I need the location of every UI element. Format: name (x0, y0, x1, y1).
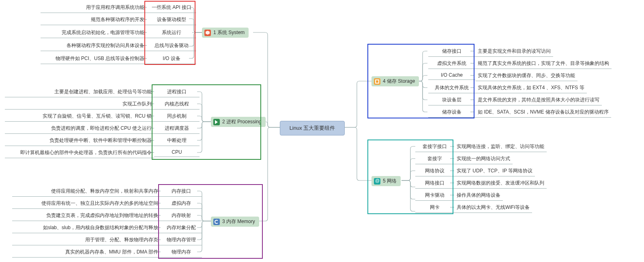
desc-network-1: 实现统一的网络访问方式 (454, 154, 513, 164)
leaf-system-1[interactable]: 设备驱动模型 (147, 15, 196, 25)
leaf-memory-4[interactable]: 物理内存管理 (161, 235, 202, 245)
leaf-process-0[interactable]: 进程接口 (154, 87, 200, 97)
section-process[interactable]: 2 进程 Processing (211, 117, 266, 127)
desc-network-3: 实现网络数据的接受、发送缓冲区和队列 (454, 178, 547, 189)
desc-memory-1: 使得应用有统一、独立且比实际内存大的多的地址空间 (12, 198, 161, 209)
desc-memory-5: 真实的机器内存条、MMU 部件，DMA 部件 (12, 247, 161, 258)
leaf-network-5[interactable]: 网卡 (415, 202, 454, 213)
leaf-memory-2[interactable]: 内存映射 (161, 210, 202, 221)
section-memory-label: 3 内存 Memory (222, 218, 255, 225)
desc-system-2: 完成系统启动初始化，电源管理等功能 (41, 28, 147, 38)
desc-network-0: 实现网络连接，监听、绑定、访问等功能 (454, 142, 547, 152)
desc-storage-4: 是文件系统的支持，其特点是按照具体大小的块进行读写 (475, 95, 602, 105)
desc-network-2: 实现了 UDP、TCP、IP 等网络协议 (454, 166, 535, 176)
desc-process-3: 负责进程的调度，即给进程分配 CPU 使之运行 (5, 123, 154, 134)
desc-storage-5: 如 IDE、SATA、SCSI，NVME 储存设备以及对应的驱动程序 (475, 107, 611, 118)
desc-memory-3: 如slab、slub，用内核自身数据结构对象的分配与释放 (12, 223, 161, 233)
desc-storage-0: 主要是实现文件和目录的读写访问 (475, 46, 553, 57)
desc-memory-4: 用于管理、分配、释放物理内存页 (12, 235, 161, 245)
root-node[interactable]: Linux 五大重要组件 (280, 121, 345, 135)
play-icon (213, 119, 220, 125)
leaf-process-2[interactable]: 同步机制 (154, 111, 200, 122)
leaf-system-0[interactable]: 一些系统 API 接口 (147, 2, 196, 13)
leaf-system-4[interactable]: I/O 设备 (147, 54, 196, 64)
section-memory[interactable]: 3 内存 Memory (211, 217, 259, 227)
leaf-process-1[interactable]: 内核态线程 (154, 99, 200, 110)
desc-process-5: 即计算机最核心的部件中央处理器，负责执行所有的代码指令 (5, 148, 154, 158)
leaf-process-5[interactable]: CPU (154, 148, 200, 157)
desc-system-1: 规范各种驱动程序的开发 (41, 15, 147, 25)
leaf-storage-1[interactable]: 虚拟文件系统 (428, 58, 475, 69)
leaf-system-3[interactable]: 总线与设备驱动 (147, 41, 196, 51)
desc-network-4: 操作具体的网络设备 (454, 190, 503, 201)
leaf-memory-0[interactable]: 内存接口 (161, 186, 202, 197)
leaf-memory-1[interactable]: 虚拟内存 (161, 198, 202, 209)
mindmap-canvas: Linux 五大重要组件 1 系统 System 一些系统 API 接口 设备驱… (0, 0, 644, 262)
leaf-storage-0[interactable]: 储存接口 (428, 46, 475, 57)
desc-system-0: 用于应用程序调用系统功能 (41, 2, 147, 13)
folder-icon (374, 78, 380, 85)
section-storage[interactable]: 4 储存 Storage (371, 76, 419, 86)
at-icon (374, 178, 380, 185)
section-system[interactable]: 1 系统 System (202, 28, 249, 38)
leaf-network-4[interactable]: 网卡驱动 (415, 190, 454, 201)
desc-network-5: 具体的以太网卡、无线WiFi等设备 (454, 202, 532, 213)
leaf-process-4[interactable]: 中断处理 (154, 135, 200, 146)
desc-memory-0: 使得应用能分配、释放内存空间，映射和共享内存 (12, 186, 161, 197)
leaf-storage-4[interactable]: 块设备层 (428, 95, 475, 105)
leaf-storage-2[interactable]: I/O Cache (428, 71, 475, 80)
desc-process-4: 负责处理硬件中断、软件中断和管理中断控制器 (5, 135, 154, 146)
desc-memory-2: 负责建立页表，完成虚拟内存地址到物理地址的转换 (12, 210, 161, 221)
desc-storage-2: 实现了文件数据块的缓存、同步、交换等功能 (475, 71, 577, 81)
leaf-storage-3[interactable]: 具体的文件系统 (428, 83, 475, 93)
section-process-label: 2 进程 Processing (222, 118, 262, 125)
desc-system-3: 各种驱动程序实现控制访问具体设备 (41, 41, 147, 51)
leaf-storage-5[interactable]: 储存设备 (428, 107, 475, 118)
leaf-network-0[interactable]: 套接字接口 (415, 142, 454, 152)
clock-icon (213, 219, 220, 225)
section-network[interactable]: 5 网络 (371, 176, 401, 186)
section-system-label: 1 系统 System (213, 29, 245, 36)
desc-storage-3: 实现具体的文件系统，如 EXT4 、XFS、NTFS 等 (475, 83, 587, 93)
leaf-memory-3[interactable]: 内存对象分配 (161, 223, 202, 233)
section-storage-label: 4 储存 Storage (383, 78, 415, 85)
leaf-network-3[interactable]: 网络接口 (415, 178, 454, 189)
desc-process-0: 主要是创建进程、加载应用、处理信号等功能 (5, 87, 154, 97)
desc-process-1: 实现工作队列 (5, 99, 154, 110)
root-title: Linux 五大重要组件 (290, 125, 335, 131)
section-network-label: 5 网络 (383, 178, 397, 185)
layers-icon (204, 30, 211, 36)
leaf-network-1[interactable]: 套接字 (415, 154, 454, 164)
desc-system-4: 物理硬件如 PCI、USB 总线等设备控制器 (41, 54, 147, 64)
leaf-system-2[interactable]: 系统运行 (147, 28, 196, 38)
desc-storage-1: 规范了真实文件系统的接口，实现了文件、目录等抽象的结构 (475, 58, 612, 69)
leaf-memory-5[interactable]: 物理内存 (161, 247, 202, 258)
leaf-network-2[interactable]: 网络协议 (415, 166, 454, 176)
desc-process-2: 实现了自旋锁、信号量、互斥锁、读写锁、RCU 锁 (5, 111, 154, 122)
leaf-process-3[interactable]: 进程调度器 (154, 123, 200, 134)
